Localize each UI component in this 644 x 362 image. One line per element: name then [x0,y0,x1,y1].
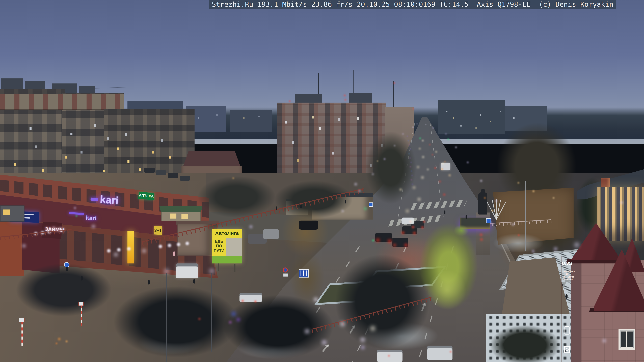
minibus [441,163,450,170]
no-stopping-sign [283,268,288,273]
pedestrian [300,205,302,209]
red-roof-building [183,151,241,167]
striped-post [81,305,82,326]
pedestrian [66,267,68,271]
billboard-legs [218,264,219,271]
window-pane [621,332,626,347]
lane-arrow [300,271,301,276]
warm-light-glows [0,0,0,0]
antenna-mast [353,70,354,95]
rooftop-machine-room [349,93,372,104]
webcam-osd-overlay: Strezhi.Ru 193.1 Mbit/s 23.86 fr/s 20.10… [209,0,616,9]
parked-white-car [377,350,402,362]
plaza-globe-lamps [0,0,3,3]
parked-car [156,170,166,175]
pedestrian [444,211,446,214]
white-suv [176,264,198,278]
parked-car [168,173,178,178]
foreground-bushes [0,255,128,325]
distant-apartment-block [438,100,505,134]
pedestrian [276,206,278,210]
statue [478,192,487,215]
parked-white-car [427,346,452,360]
kari-neon-sign-small: kari [86,214,103,223]
window-pane [627,332,632,347]
crosswalk-sign [486,218,491,223]
billboard: АвтоЛига ЕДЬ ПО ПУТИ [212,229,242,264]
avenue-tree [356,117,426,218]
lamp-pole [166,273,167,362]
webcam-photo-frame: kari kari ЗАЙМЫ АПТЕКА 3+1 АвтоЛига ЕДЬ … [0,0,644,362]
parking-sign [19,318,24,323]
pedestrian [193,279,195,284]
pedestrian [466,215,467,219]
white-sedan [240,293,262,302]
kari-neon-sign: kari [100,194,127,207]
flag-pole [524,181,526,251]
parking-sign [78,302,84,306]
crosswalk-sign [368,202,373,207]
car-waiting [392,238,408,247]
white-car [402,218,414,224]
pedestrian-pink-jacket [173,251,175,256]
statue-head [481,189,485,193]
sign-plate [284,274,288,277]
rooftop-machine-room [1,78,23,89]
pedestrian [81,276,83,281]
parked-car [180,176,190,181]
billboard-title: АвтоЛига [212,229,242,238]
pedestrian [566,294,568,299]
pharmacy-sign: АПТЕКА [138,192,154,200]
parked-suv [299,221,318,230]
lane-arrow [303,271,304,276]
dns-slogan: ЦИФРОВАЯ И БЫТОВАЯ ТЕХНИКА [562,270,571,281]
striped-post [22,322,23,346]
yellow-vertical-sign [128,231,134,264]
phone-icon [564,326,570,335]
bus-stop-lit-window [3,210,10,215]
distant-apartment-block [230,110,272,132]
kiosk-lit-window [170,214,176,219]
pedestrian [148,280,150,285]
billboard-slogan: ЕДЬ ПО ПУТИ [212,238,226,258]
apartment-attic-band [0,94,124,110]
dns-logo: DNS [562,260,572,266]
dns-banner: DNS ЦИФРОВАЯ И БЫТОВАЯ ТЕХНИКА [562,256,572,362]
parked-van [263,229,279,239]
promo-sign: 3+1 [154,226,162,235]
pedestrian [345,200,346,203]
fountain-sculpture [491,197,502,220]
billboard-green-band [212,256,242,264]
lane-direction-sign [299,269,308,278]
palace-illuminated-colonnade [597,187,644,241]
fountain-rod [496,200,501,220]
lane-arrow [306,271,306,276]
car-waiting [375,233,392,242]
antenna-mast [393,81,394,108]
washer-icon [564,346,570,353]
snow-patch [483,230,554,256]
lamp-pole [211,273,212,352]
parked-car [144,168,155,173]
neon-sign-small [90,197,98,201]
